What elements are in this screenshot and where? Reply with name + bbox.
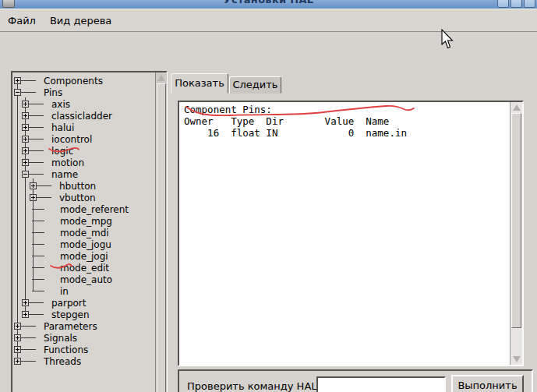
tab-show[interactable]: Показать [171, 73, 228, 94]
tree-item-label[interactable]: mode_referent [60, 204, 129, 215]
tree-item-classicladder[interactable]: classicladder [12, 110, 154, 122]
tree-item-parport[interactable]: parport [12, 297, 154, 309]
tree-item-mode_mpg[interactable]: mode_mpg [12, 215, 154, 227]
tree-item-label[interactable]: mode_mdi [60, 228, 109, 238]
expand-icon[interactable] [22, 101, 29, 108]
collapse-icon[interactable] [14, 89, 21, 96]
tree-item-mode_auto[interactable]: mode_auto [12, 274, 154, 285]
tree-item-label[interactable]: halui [51, 122, 74, 133]
output-textarea[interactable]: Component Pins: Owner Type Dir Value Nam… [178, 101, 524, 366]
tree-item-Threads[interactable]: Threads [12, 355, 154, 367]
close-button[interactable] [524, 0, 535, 8]
tree-scrollbar-thumb[interactable] [157, 83, 166, 392]
expand-icon[interactable] [14, 323, 21, 330]
tree-branch-line [29, 302, 44, 303]
maximize-button[interactable] [511, 0, 522, 8]
window-controls [496, 0, 535, 8]
tree-item-name[interactable]: name [12, 168, 154, 180]
tree-item-mode_referent[interactable]: mode_referent [12, 203, 154, 215]
tree-item-label[interactable]: motion [51, 157, 84, 168]
tree-item-label[interactable]: Parameters [44, 321, 97, 332]
minimize-button[interactable] [497, 0, 509, 8]
tree-item-label[interactable]: mode_auto [60, 274, 112, 285]
expand-icon[interactable] [14, 346, 21, 353]
expand-icon[interactable] [14, 77, 21, 84]
tree-item-iocontrol[interactable]: iocontrol [12, 133, 154, 145]
collapse-icon[interactable] [22, 171, 29, 178]
expand-icon[interactable] [22, 147, 29, 154]
expand-icon[interactable] [22, 159, 29, 166]
tree-item-label[interactable]: mode_edit [60, 263, 109, 274]
tree-item-label[interactable]: parport [51, 298, 87, 309]
tree-panel: ComponentsPinsaxisclassicladderhaluiioco… [11, 71, 168, 392]
scroll-up-icon[interactable] [511, 102, 522, 113]
tree-item-mode_jogi[interactable]: mode_jogi [12, 250, 154, 262]
tree-item-label[interactable]: mode_mpg [60, 216, 112, 227]
execute-button[interactable]: Выполнить [451, 375, 524, 392]
tree-item-stepgen[interactable]: stepgen [12, 309, 154, 320]
output-scrollbar-thumb[interactable] [511, 113, 521, 328]
tree-item-label[interactable]: Functions [44, 344, 88, 355]
expand-icon[interactable] [22, 311, 29, 318]
scroll-up-icon[interactable] [156, 72, 167, 83]
tree-branch-line [32, 279, 44, 280]
tree-item-label[interactable]: Signals [44, 333, 77, 344]
tree-item-label[interactable]: mode_jogi [60, 251, 108, 262]
tree-item-label[interactable]: Threads [44, 356, 81, 367]
tree-item-label[interactable]: Components [44, 76, 103, 87]
expand-icon[interactable] [22, 299, 29, 306]
tree-branch-line [37, 197, 51, 198]
tree-item-label[interactable]: Pins [44, 87, 62, 98]
tree-branch-line [21, 326, 36, 327]
expand-icon[interactable] [22, 112, 29, 119]
tree-item-label[interactable]: hbutton [59, 181, 96, 192]
tree-scrollbar[interactable] [155, 72, 167, 392]
tree-item-label[interactable]: stepgen [51, 309, 90, 320]
tree-branch-line [32, 209, 44, 210]
expand-icon[interactable] [22, 136, 29, 143]
tree-connector-line [17, 80, 18, 361]
expand-icon[interactable] [14, 334, 21, 341]
menu-file[interactable]: Файл [2, 13, 42, 28]
expand-icon[interactable] [22, 124, 29, 131]
command-input[interactable] [316, 376, 446, 392]
expand-icon[interactable] [14, 358, 21, 365]
expand-icon[interactable] [30, 194, 37, 201]
tree-item-label[interactable]: in [60, 286, 69, 297]
command-label: Проверить команду HAL: [187, 380, 320, 392]
tree-branch-line [32, 256, 44, 256]
tree-item-hbutton[interactable]: hbutton [12, 180, 154, 192]
tree-item-label[interactable]: axis [51, 99, 70, 110]
tree-item-label[interactable]: classicladder [51, 111, 112, 122]
tree-item-motion[interactable]: motion [12, 157, 154, 168]
output-scrollbar[interactable] [510, 102, 522, 365]
tree-item-halui[interactable]: halui [12, 122, 154, 133]
tree-item-Pins[interactable]: Pins [12, 87, 154, 98]
tree-item-label[interactable]: logic [51, 146, 73, 157]
tree-branch-line [29, 104, 44, 104]
menubar: Файл Вид дерева [0, 9, 537, 32]
tree-item-logic[interactable]: logic [12, 145, 154, 157]
tree-branch-line [21, 92, 36, 93]
scroll-down-icon[interactable] [511, 354, 522, 365]
tree-item-mode_edit[interactable]: mode_edit [12, 262, 154, 274]
tree-branch-line [29, 139, 44, 139]
tree-item-label[interactable]: name [51, 169, 78, 180]
expand-icon[interactable] [30, 182, 37, 189]
tree-item-Components[interactable]: Components [12, 75, 154, 87]
tree-item-mode_mdi[interactable]: mode_mdi [12, 227, 154, 238]
tree-item-Signals[interactable]: Signals [12, 332, 154, 344]
tab-watch[interactable]: Следить [229, 76, 281, 94]
tree-item-axis[interactable]: axis [12, 98, 154, 110]
tree-item-mode_jogu[interactable]: mode_jogu [12, 238, 154, 250]
tree-branch-line [29, 150, 44, 151]
tree-item-Functions[interactable]: Functions [12, 344, 154, 355]
tree-item-label[interactable]: vbutton [59, 192, 96, 203]
menu-tree-view[interactable]: Вид дерева [44, 13, 118, 28]
tree-item-Parameters[interactable]: Parameters [12, 320, 154, 332]
tree-item-label[interactable]: mode_jogu [60, 239, 111, 250]
tree-item-in[interactable]: in [12, 285, 154, 297]
tree-branch-line [32, 267, 44, 268]
tree-item-vbutton[interactable]: vbutton [12, 192, 154, 203]
tree-item-label[interactable]: iocontrol [51, 134, 92, 145]
